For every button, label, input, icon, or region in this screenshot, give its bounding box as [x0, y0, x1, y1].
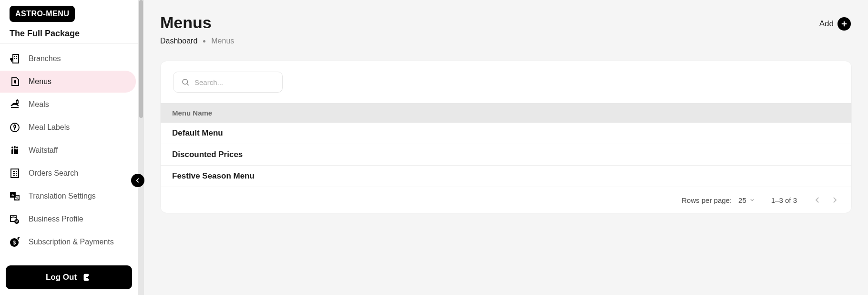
svg-text:文: 文	[15, 196, 19, 200]
sidebar-item-label: Subscription & Payments	[29, 238, 114, 246]
svg-rect-0	[13, 54, 19, 63]
sidebar-item-label: Business Profile	[29, 215, 83, 223]
menu-name-cell: Default Menu	[172, 128, 223, 137]
svg-point-9	[10, 123, 19, 132]
logout-button[interactable]: Log Out	[6, 265, 132, 289]
sidebar-item-label: Branches	[29, 54, 61, 63]
sidebar-item-business-profile[interactable]: Business Profile	[0, 208, 136, 230]
scrollbar-thumb[interactable]	[139, 0, 143, 118]
sidebar-item-label: Translation Settings	[29, 192, 96, 200]
add-label: Add	[819, 19, 834, 29]
page-size-value: 25	[738, 196, 746, 204]
logout-label: Log Out	[46, 273, 77, 282]
sidebar-scroll[interactable]: ASTRO-MENU The Full Package Branches	[0, 0, 138, 260]
sidebar-item-label: Waitstaff	[29, 146, 58, 155]
search-input[interactable]	[194, 78, 275, 86]
sidebar-item-orders-search[interactable]: Orders Search	[0, 162, 136, 184]
prev-page-button[interactable]	[813, 196, 822, 204]
search-row	[161, 61, 851, 103]
sidebar-item-label: Meals	[29, 100, 49, 109]
main-content: Menus Dashboard Menus Add	[144, 0, 868, 295]
rows-per-page-label: Rows per page:	[682, 196, 732, 204]
card: Menu Name Default Menu Discounted Prices…	[160, 61, 852, 213]
rows-per-page: Rows per page: 25	[682, 196, 755, 204]
sidebar-item-label: Orders Search	[29, 169, 78, 178]
plus-circle-icon	[837, 17, 851, 31]
svg-point-32	[183, 79, 188, 84]
svg-point-13	[16, 147, 18, 148]
add-button[interactable]: Add	[818, 13, 852, 34]
sidebar-item-waitstaff[interactable]: Waitstaff	[0, 139, 136, 161]
menu-name-cell: Festive Season Menu	[172, 171, 255, 180]
meals-icon	[9, 98, 21, 111]
breadcrumb-separator	[203, 40, 205, 42]
orders-search-icon	[9, 167, 21, 179]
subscription-icon: $	[9, 236, 21, 248]
page-title: Menus	[160, 13, 234, 32]
table-row[interactable]: Festive Season Menu	[161, 166, 851, 187]
pagination-range: 1–3 of 3	[771, 196, 797, 204]
sidebar-item-branches[interactable]: Branches	[0, 48, 136, 70]
breadcrumb-root[interactable]: Dashboard	[160, 37, 197, 45]
logout-icon	[82, 272, 92, 283]
sidebar-scrollbar[interactable]	[138, 0, 144, 295]
logo[interactable]: ASTRO-MENU	[10, 6, 75, 22]
sidebar-item-label: Meal Labels	[29, 123, 70, 132]
menus-icon	[9, 75, 21, 88]
logout-wrap: Log Out	[0, 260, 138, 295]
sidebar-item-meal-labels[interactable]: Meal Labels	[0, 116, 136, 138]
sidebar-item-meals[interactable]: Meals	[0, 94, 136, 116]
menu-name-cell: Discounted Prices	[172, 150, 243, 159]
sidebar-item-menus[interactable]: Menus	[0, 71, 136, 93]
table-row[interactable]: Discounted Prices	[161, 144, 851, 166]
table-row[interactable]: Default Menu	[161, 123, 851, 144]
page-size-select[interactable]: 25	[738, 196, 755, 204]
nav-list: Branches Menus	[0, 44, 138, 257]
svg-rect-7	[16, 100, 18, 104]
sidebar-item-translation-settings[interactable]: A 文 Translation Settings	[0, 185, 136, 207]
search-box[interactable]	[173, 72, 283, 93]
svg-point-12	[14, 146, 16, 148]
branches-icon	[9, 53, 21, 65]
search-icon	[181, 78, 190, 86]
sidebar-item-subscription[interactable]: $ Subscription & Payments	[0, 231, 136, 253]
translation-icon: A 文	[9, 190, 21, 202]
sidebar-item-label: Menus	[29, 77, 51, 86]
svg-rect-6	[14, 80, 16, 84]
chevron-right-icon	[830, 196, 839, 204]
svg-point-5	[10, 58, 12, 60]
business-name: The Full Package	[0, 22, 138, 44]
svg-point-11	[11, 147, 13, 148]
svg-text:$: $	[13, 240, 16, 245]
pager-arrows	[813, 196, 839, 204]
business-profile-icon	[9, 213, 21, 225]
svg-line-33	[187, 84, 189, 85]
column-menu-name: Menu Name	[172, 109, 212, 117]
sidebar: ASTRO-MENU The Full Package Branches	[0, 0, 138, 295]
table-header: Menu Name	[161, 103, 851, 123]
pagination: Rows per page: 25 1–3 of 3	[161, 187, 851, 213]
next-page-button[interactable]	[830, 196, 839, 204]
breadcrumb-current: Menus	[211, 37, 234, 45]
chevron-left-icon	[813, 196, 822, 204]
chevron-left-icon	[134, 177, 141, 184]
page-header: Menus Dashboard Menus Add	[160, 13, 852, 45]
meal-labels-icon	[9, 121, 21, 134]
chevron-down-icon	[749, 197, 755, 203]
waitstaff-icon	[9, 144, 21, 157]
collapse-sidebar-button[interactable]	[131, 174, 144, 187]
breadcrumb: Dashboard Menus	[160, 37, 234, 45]
